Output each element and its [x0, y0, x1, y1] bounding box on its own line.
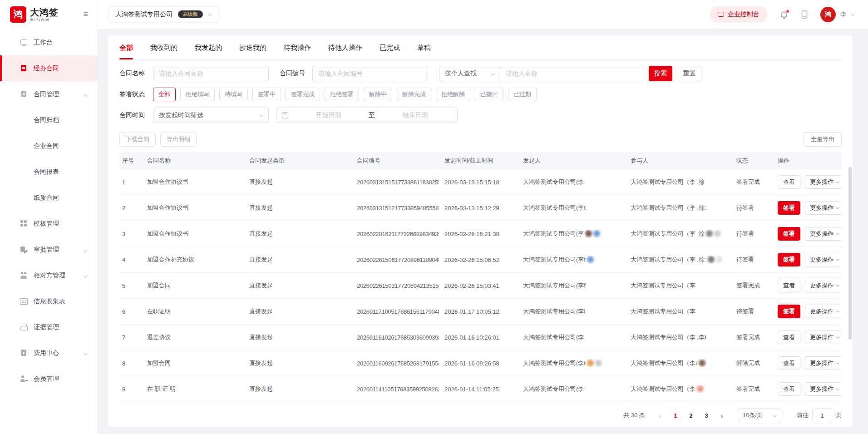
sidebar-item[interactable]: 审批管理 — [0, 237, 97, 262]
contract-number-label: 合同编号 — [280, 69, 306, 78]
row-index: 1 — [119, 179, 142, 186]
status-text: 待签署 — [731, 307, 772, 316]
more-actions-button[interactable]: 更多操作 — [805, 356, 842, 370]
sidebar-item[interactable]: 相对方管理 — [0, 262, 97, 288]
enterprise-console-button[interactable]: 企业控制台 — [710, 6, 768, 23]
person-search-select[interactable]: 按个人查找 — [439, 66, 500, 81]
page-number[interactable]: 1 — [670, 409, 681, 422]
date-range-picker[interactable]: 开始日期 至 结束日期 — [276, 108, 458, 123]
contract-name-link[interactable]: 加盟合同 — [142, 359, 244, 367]
sidebar-item[interactable]: 证据管理 — [0, 314, 97, 340]
status-chip[interactable]: 已撤回 — [475, 88, 503, 101]
time-filter-select[interactable]: 按发起时间筛选 — [153, 108, 269, 123]
contract-name-link[interactable]: 加盟合同 — [142, 281, 244, 290]
export-all-button[interactable]: 全量导出 — [804, 132, 842, 147]
status-chip-label: 已撤回 — [480, 90, 498, 99]
participants-cell: 大鸿签测试专用公司（李 — [625, 385, 731, 393]
status-chip[interactable]: 拒绝解除 — [436, 88, 470, 101]
more-actions-button[interactable]: 更多操作 — [805, 253, 842, 266]
reset-button[interactable]: 重置 — [678, 66, 701, 81]
primary-action-button[interactable]: 查看 — [778, 175, 800, 189]
status-chip[interactable]: 解除完成 — [397, 88, 431, 101]
actions-cell: 签署 更多操作 — [772, 227, 842, 241]
next-page-icon[interactable]: › — [716, 412, 728, 419]
more-actions-button[interactable]: 更多操作 — [805, 279, 842, 292]
page-number[interactable]: 3 — [700, 409, 712, 422]
sidebar-item[interactable]: 企业合同 — [0, 133, 97, 159]
more-actions-button[interactable]: 更多操作 — [805, 201, 842, 215]
status-chip[interactable]: 签署中 — [252, 88, 281, 101]
primary-action-button[interactable]: 签署 — [778, 253, 800, 266]
contract-name-link[interactable]: 退差协议 — [142, 333, 244, 341]
primary-action-button[interactable]: 签署 — [778, 227, 800, 241]
more-actions-button[interactable]: 更多操作 — [805, 382, 842, 396]
status-chip[interactable]: 解除中 — [364, 88, 392, 101]
status-text: 签署完成 — [731, 385, 772, 393]
status-chip[interactable]: 已过期 — [508, 88, 537, 101]
more-actions-button[interactable]: 更多操作 — [805, 227, 842, 241]
goto-page-input[interactable] — [812, 409, 832, 422]
primary-action-button[interactable]: 签署 — [778, 201, 800, 215]
primary-action-button[interactable]: 查看 — [778, 356, 800, 370]
sidebar-item[interactable]: 合同归档 — [0, 107, 97, 133]
contract-name-link[interactable]: 加盟合作协议书 — [142, 204, 244, 212]
tab[interactable]: 我收到的 — [150, 44, 178, 59]
initiator-redaction-marks — [586, 256, 594, 263]
contract-name-link[interactable]: 加盟合作协议书 — [142, 230, 244, 238]
contract-time: 2026-02-26 15:03:41 — [439, 282, 518, 289]
col-initiator: 发起人 — [518, 157, 625, 165]
sidebar-item[interactable]: 经办合同 — [0, 55, 97, 81]
contract-name-link[interactable]: 在 职 证 明 — [142, 385, 244, 393]
tab[interactable]: 待我操作 — [284, 44, 311, 59]
total-count: 共 30 条 — [623, 411, 645, 419]
sidebar-item-label: 审批管理 — [34, 246, 59, 254]
prev-page-icon[interactable]: ‹ — [654, 412, 666, 419]
notification-bell-icon[interactable] — [779, 10, 789, 19]
sidebar-item[interactable]: 合同管理 — [0, 81, 97, 107]
download-contract-button[interactable]: 下载合同 — [119, 133, 156, 147]
primary-action-button[interactable]: 查看 — [778, 279, 800, 292]
sidebar-item-icon — [20, 64, 28, 72]
sidebar-item[interactable]: 合同报表 — [0, 159, 97, 185]
tab[interactable]: 待他人操作 — [328, 44, 362, 59]
tab[interactable]: 我发起的 — [195, 44, 222, 59]
search-button[interactable]: 搜索 — [649, 66, 672, 81]
more-actions-button[interactable]: 更多操作 — [805, 330, 842, 344]
sidebar-item[interactable]: 纸质合同 — [0, 185, 97, 211]
contract-number-input[interactable] — [312, 66, 428, 81]
status-chip[interactable]: 拒绝填写 — [180, 88, 215, 101]
status-chip[interactable]: 待填写 — [219, 88, 248, 101]
sidebar-collapse-icon[interactable]: ≡ — [83, 10, 88, 19]
contract-name-link[interactable]: 加盟合作补充协议 — [142, 256, 244, 264]
contract-name-link[interactable]: 加盟合作协议书 — [142, 178, 244, 186]
primary-action-button[interactable]: 签署 — [778, 305, 800, 318]
tab[interactable]: 全部 — [119, 44, 133, 59]
company-select[interactable]: 大鸿签测试专用公司 高级版 — [108, 6, 218, 23]
page-size-select[interactable]: 10条/页 — [738, 409, 781, 422]
person-name-input[interactable] — [500, 66, 644, 81]
vertical-scrollbar-thumb[interactable] — [848, 167, 852, 340]
contract-name-input[interactable] — [153, 66, 269, 81]
sidebar-item[interactable]: 会员管理 — [0, 366, 97, 392]
sidebar-item[interactable]: 信息收集表 — [0, 288, 97, 314]
status-chip[interactable]: 拒绝签署 — [325, 88, 359, 101]
status-chip[interactable]: 全部 — [153, 88, 176, 101]
tab[interactable]: 抄送我的 — [239, 44, 266, 59]
sidebar-item[interactable]: 费用中心 — [0, 340, 97, 366]
filter-row-status: 签署状态 全部 拒绝填写 待填写 签署中 签署完成 — [119, 88, 842, 101]
status-chip[interactable]: 签署完成 — [286, 88, 320, 101]
sidebar-item[interactable]: 工作台 — [0, 30, 97, 55]
more-actions-button[interactable]: 更多操作 — [805, 305, 842, 318]
participants-cell: 大鸿签测试专用公司（李t — [625, 359, 731, 367]
primary-action-button[interactable]: 查看 — [778, 330, 800, 344]
more-actions-button[interactable]: 更多操作 — [805, 175, 842, 189]
user-menu[interactable]: 鸿 李 — [820, 7, 854, 22]
primary-action-button[interactable]: 查看 — [778, 382, 800, 396]
contract-name-link[interactable]: 在职证明 — [142, 307, 244, 316]
tab[interactable]: 草稿 — [417, 44, 431, 59]
page-number[interactable]: 2 — [685, 409, 697, 422]
sidebar-item[interactable]: 模板管理 — [0, 211, 97, 237]
tab[interactable]: 已完成 — [380, 44, 400, 59]
device-icon[interactable] — [800, 10, 809, 19]
export-detail-button[interactable]: 导出明细 — [160, 133, 197, 147]
